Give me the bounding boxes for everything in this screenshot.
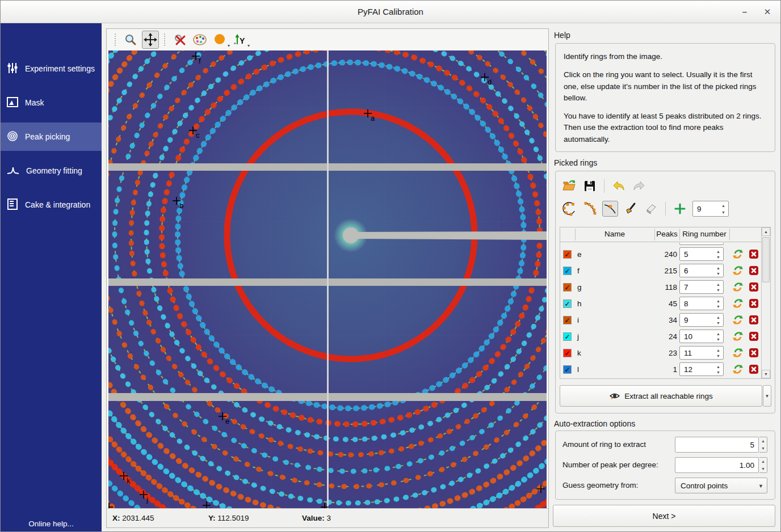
ring-number-selector-spinbox[interactable]: 9 ▲▼ [692, 201, 729, 217]
extract-rings-button[interactable]: Extract all reachable rings [560, 385, 762, 407]
refresh-ring-icon[interactable] [733, 249, 743, 259]
beamstop-arm [352, 231, 547, 240]
guess-geometry-combobox[interactable]: Control points▼ [675, 478, 767, 493]
next-button[interactable]: Next > [553, 505, 775, 527]
ring-number-spinbox[interactable]: 9▲▼ [679, 313, 724, 327]
point-pick-tool-icon[interactable] [602, 201, 618, 217]
y-axis-orientation-icon[interactable]: aY ▾ [231, 31, 248, 49]
delete-ring-icon[interactable] [749, 282, 759, 292]
delete-ring-icon[interactable] [749, 364, 759, 374]
ring-visibility-checkbox[interactable]: ✓ [563, 349, 572, 357]
save-icon[interactable] [582, 178, 598, 194]
delete-ring-icon[interactable] [749, 298, 759, 309]
scrollbar-thumb[interactable] [762, 237, 770, 282]
spin-down-icon[interactable]: ▼ [721, 210, 725, 214]
refresh-ring-icon[interactable] [733, 282, 743, 292]
spin-down-icon[interactable]: ▼ [716, 321, 720, 325]
delete-ring-icon[interactable] [749, 265, 759, 276]
open-file-icon[interactable] [561, 178, 577, 194]
spin-up-icon[interactable]: ▲ [716, 348, 720, 352]
sidebar-item-mask[interactable]: Mask [1, 88, 102, 117]
spin-down-icon[interactable]: ▼ [716, 370, 720, 374]
add-ring-icon[interactable] [672, 201, 688, 217]
spin-up-icon[interactable]: ▲ [716, 282, 720, 286]
ring-number-spinbox[interactable]: 12▲▼ [679, 362, 724, 376]
spin-up-icon[interactable]: ▲ [716, 315, 720, 319]
ring-number-spinbox[interactable]: 7▲▼ [679, 280, 724, 294]
arc-pick-tool-icon[interactable] [582, 201, 598, 217]
refresh-ring-icon[interactable] [733, 298, 743, 309]
diffraction-image-canvas[interactable]: fdacbekjhl [108, 50, 547, 508]
delete-ring-icon[interactable] [749, 331, 759, 341]
ring-number-spinbox[interactable]: 10▲▼ [679, 330, 724, 343]
sidebar-item-label: Peak picking [25, 132, 70, 141]
extract-options-dropdown[interactable]: ▼ [763, 385, 771, 407]
zoom-icon[interactable] [122, 31, 139, 49]
ring-visibility-checkbox[interactable]: ✓ [563, 267, 572, 275]
spin-up-icon[interactable]: ▲ [716, 365, 720, 369]
spin-down-icon[interactable]: ▼ [716, 354, 720, 358]
option-spinbox[interactable]: 5 [675, 437, 759, 453]
table-scrollbar[interactable]: ▲ ▼ [761, 227, 770, 378]
refresh-ring-icon[interactable] [733, 315, 743, 325]
pan-icon[interactable] [142, 31, 159, 49]
zoom-reset-icon[interactable] [171, 31, 188, 49]
undo-icon[interactable] [611, 178, 627, 194]
table-row: ✓g1187▲▼ [560, 279, 761, 295]
sidebar-item-cake-integration[interactable]: Cake & integration [1, 191, 102, 219]
sidebar-item-experiment-settings[interactable]: Experiment settings [1, 54, 102, 83]
scroll-up-icon[interactable]: ▲ [762, 227, 770, 236]
close-button[interactable]: ✕ [761, 6, 774, 18]
sidebar-item-geometry-fitting[interactable]: Geometry fitting [1, 157, 102, 185]
dropdown-caret-icon: ▼ [758, 483, 763, 489]
ring-peaks-count: 24 [645, 332, 677, 341]
delete-ring-icon[interactable] [749, 348, 759, 358]
delete-ring-icon[interactable] [749, 249, 759, 259]
spin-down-icon[interactable]: ▼ [761, 467, 765, 471]
ring-pick-tool-icon[interactable] [561, 201, 577, 217]
ring-number-spinbox[interactable]: 5▲▼ [679, 247, 724, 261]
marker-color-icon[interactable]: ▾ [211, 31, 228, 49]
spin-down-icon[interactable]: ▼ [716, 337, 720, 341]
spin-down-icon[interactable]: ▼ [716, 255, 720, 259]
spin-up-icon[interactable]: ▲ [721, 204, 725, 208]
ring-visibility-checkbox[interactable]: ✓ [563, 250, 572, 259]
minimize-button[interactable]: – [738, 6, 751, 18]
eraser-tool-icon[interactable] [643, 201, 659, 217]
ring-visibility-checkbox[interactable]: ✓ [563, 299, 572, 308]
spin-up-icon[interactable]: ▲ [716, 250, 720, 254]
ring-visibility-checkbox[interactable]: ✓ [563, 365, 572, 374]
option-label: Guess geometry from: [562, 481, 639, 489]
brush-tool-icon[interactable] [623, 201, 639, 217]
refresh-ring-icon[interactable] [733, 364, 743, 374]
toolbar-grip[interactable] [115, 33, 117, 46]
ring-visibility-checkbox[interactable]: ✓ [563, 316, 572, 324]
refresh-ring-icon[interactable] [733, 265, 743, 276]
colormap-palette-icon[interactable] [191, 31, 208, 49]
spin-up-icon[interactable]: ▲ [716, 266, 720, 270]
ring-visibility-checkbox[interactable]: ✓ [563, 332, 572, 341]
ring-number-spinbox[interactable]: 11▲▼ [679, 346, 724, 360]
refresh-ring-icon[interactable] [733, 331, 743, 341]
ring-number-spinbox[interactable]: 8▲▼ [679, 297, 724, 310]
refresh-ring-icon[interactable] [733, 348, 743, 358]
option-spinbox[interactable]: 1.00 [675, 457, 759, 473]
spin-down-icon[interactable]: ▼ [716, 288, 720, 292]
spin-up-icon[interactable]: ▲ [761, 439, 765, 443]
spin-up-icon[interactable]: ▲ [716, 332, 720, 336]
toolbar-grip[interactable] [164, 33, 166, 46]
ring-number-spinbox[interactable]: 6▲▼ [679, 264, 724, 277]
delete-ring-icon[interactable] [749, 315, 759, 325]
spin-down-icon[interactable]: ▼ [716, 272, 720, 276]
ring-visibility-checkbox[interactable]: ✓ [563, 283, 572, 292]
spin-down-icon[interactable]: ▼ [761, 446, 765, 450]
scroll-down-icon[interactable]: ▼ [762, 370, 770, 378]
spin-up-icon[interactable]: ▲ [716, 299, 720, 303]
spin-down-icon[interactable]: ▼ [716, 305, 720, 309]
online-help-link[interactable]: Online help... [1, 520, 102, 528]
spin-up-icon[interactable]: ▲ [761, 459, 765, 463]
redo-icon[interactable] [631, 178, 647, 194]
sidebar-item-label: Cake & integration [25, 200, 90, 209]
table-header: Name Peaks Ring number [560, 227, 761, 242]
sidebar-item-peak-picking[interactable]: Peak picking [1, 123, 102, 151]
